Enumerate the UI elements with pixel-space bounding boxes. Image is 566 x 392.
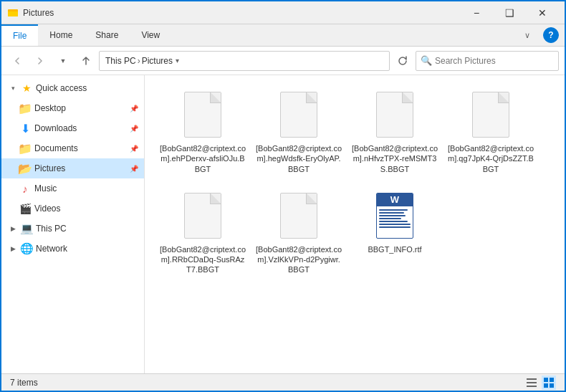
path-pictures: Pictures: [142, 56, 173, 66]
tab-file[interactable]: File: [1, 24, 38, 46]
address-path[interactable]: This PC › Pictures ▾: [99, 51, 390, 71]
toggle-network: ▶: [7, 243, 19, 254]
close-button[interactable]: ✕: [526, 1, 559, 24]
file-item[interactable]: W BBGT_INFO.rtf: [348, 185, 441, 280]
list-view-button[interactable]: [524, 376, 539, 390]
sidebar-item-downloads[interactable]: ⬇ Downloads 📌: [1, 118, 144, 138]
svg-rect-6: [550, 378, 554, 382]
documents-label: Documents: [34, 143, 127, 153]
pictures-label: Pictures: [34, 163, 127, 173]
toggle-this-pc: ▶: [7, 223, 19, 234]
file-area: [BobGant82@criptext.com].ehPDerxv-afsliO…: [145, 75, 565, 373]
videos-label: Videos: [34, 204, 138, 214]
up-button[interactable]: [76, 51, 96, 71]
item-count: 7 items: [10, 378, 38, 388]
file-icon-7: W: [372, 190, 418, 242]
sidebar: ▾ ★ Quick access 📁 Desktop 📌 ⬇ Downloads…: [1, 75, 145, 373]
file-item[interactable]: [BobGant82@criptext.com].VzlKkVPn-d2Pygi…: [252, 185, 345, 280]
search-icon: 🔍: [421, 55, 432, 66]
sidebar-item-this-pc[interactable]: ▶ 💻 This PC: [1, 219, 144, 239]
quick-access-label: Quick access: [36, 83, 138, 93]
search-box[interactable]: 🔍: [416, 51, 559, 71]
pin-icon-pics: 📌: [130, 165, 138, 173]
window-title: Pictures: [23, 8, 460, 18]
network-icon: 🌐: [20, 242, 33, 255]
title-bar: Pictures − ❑ ✕: [1, 1, 565, 24]
file-icon-1: [180, 89, 226, 140]
file-item[interactable]: [BobGant82@criptext.com].hegWdsfk-EryOly…: [252, 84, 345, 179]
svg-rect-1: [8, 11, 18, 16]
pin-icon-dl: 📌: [130, 125, 138, 133]
sidebar-item-network[interactable]: ▶ 🌐 Network: [1, 239, 144, 259]
window-controls: − ❑ ✕: [460, 1, 559, 24]
file-item[interactable]: [BobGant82@criptext.com].qg7JpK4-QrjDsZZ…: [444, 84, 537, 179]
file-name-2: [BobGant82@criptext.com].hegWdsfk-EryOly…: [256, 143, 342, 174]
pin-icon-docs: 📌: [130, 145, 138, 153]
back-button[interactable]: [7, 51, 27, 71]
file-name-3: [BobGant82@criptext.com].nHfvzTPX-reMSMT…: [352, 143, 438, 174]
svg-rect-7: [544, 383, 548, 388]
docs-folder-icon: 📁: [19, 142, 32, 155]
desktop-label: Desktop: [34, 103, 127, 113]
toggle-quick-access: ▾: [7, 82, 19, 94]
restore-button[interactable]: ❑: [493, 1, 526, 24]
this-pc-label: This PC: [36, 224, 138, 234]
sidebar-item-desktop[interactable]: 📁 Desktop 📌: [1, 98, 144, 118]
svg-rect-5: [544, 378, 548, 382]
files-grid: [BobGant82@criptext.com].ehPDerxv-afsliO…: [156, 84, 553, 280]
ribbon-collapse-button[interactable]: ∨: [520, 27, 540, 43]
address-bar: ▼ This PC › Pictures ▾ 🔍: [1, 47, 565, 75]
ribbon-tabs: File Home Share View ∨ ?: [1, 24, 565, 46]
grid-view-button[interactable]: [542, 376, 556, 390]
main-content: ▾ ★ Quick access 📁 Desktop 📌 ⬇ Downloads…: [1, 75, 565, 373]
file-item[interactable]: [BobGant82@criptext.com].nHfvzTPX-reMSMT…: [348, 84, 441, 179]
pin-icon: 📌: [130, 105, 138, 113]
search-input[interactable]: [435, 56, 554, 66]
svg-rect-2: [527, 378, 537, 380]
dropdown-button[interactable]: ▼: [53, 51, 73, 71]
file-name-7: BBGT_INFO.rtf: [368, 244, 421, 254]
status-bar: 7 items: [1, 373, 565, 391]
svg-rect-3: [527, 382, 537, 383]
ribbon-help-button[interactable]: ?: [543, 27, 559, 43]
pictures-folder-icon: 📂: [19, 162, 32, 175]
file-item[interactable]: [BobGant82@criptext.com].RRbCDaDq-SusRAz…: [156, 185, 249, 280]
view-controls: [524, 376, 556, 390]
file-icon-5: [180, 190, 226, 242]
computer-icon: 💻: [20, 222, 33, 235]
sidebar-item-quick-access[interactable]: ▾ ★ Quick access: [1, 78, 144, 98]
videos-folder-icon: 🎬: [19, 202, 32, 215]
sidebar-item-pictures[interactable]: 📂 Pictures 📌: [1, 158, 144, 178]
forward-button[interactable]: [30, 51, 50, 71]
explorer-window: Pictures − ❑ ✕ File Home Share View ∨ ? …: [0, 0, 566, 392]
network-label: Network: [36, 244, 138, 254]
file-name-4: [BobGant82@criptext.com].qg7JpK4-QrjDsZZ…: [448, 143, 534, 174]
downloads-label: Downloads: [34, 123, 127, 133]
path-dropdown-icon: ▾: [176, 57, 179, 64]
file-icon-2: [276, 89, 322, 140]
file-icon-4: [468, 89, 514, 140]
sidebar-item-documents[interactable]: 📁 Documents 📌: [1, 138, 144, 158]
download-folder-icon: ⬇: [19, 122, 32, 135]
file-item[interactable]: [BobGant82@criptext.com].ehPDerxv-afsliO…: [156, 84, 249, 179]
tab-view[interactable]: View: [130, 24, 171, 46]
file-icon-3: [372, 89, 418, 140]
tab-share[interactable]: Share: [84, 24, 130, 46]
sidebar-item-music[interactable]: ♪ Music: [1, 178, 144, 199]
refresh-button[interactable]: [393, 51, 413, 71]
ribbon-quick-access: ∨ ?: [520, 24, 565, 46]
svg-rect-8: [550, 383, 554, 388]
window-icon: [7, 7, 19, 19]
star-icon: ★: [20, 82, 33, 95]
minimize-button[interactable]: −: [460, 1, 493, 24]
music-folder-icon: ♪: [19, 182, 32, 195]
file-name-6: [BobGant82@criptext.com].VzlKkVPn-d2Pygi…: [256, 244, 342, 275]
sidebar-item-videos[interactable]: 🎬 Videos: [1, 199, 144, 219]
svg-rect-4: [527, 386, 537, 387]
folder-icon: 📁: [19, 102, 32, 115]
ribbon: File Home Share View ∨ ?: [1, 24, 565, 47]
file-name-5: [BobGant82@criptext.com].RRbCDaDq-SusRAz…: [160, 244, 246, 275]
file-icon-6: [276, 190, 322, 242]
music-label: Music: [34, 183, 138, 193]
tab-home[interactable]: Home: [38, 24, 84, 46]
